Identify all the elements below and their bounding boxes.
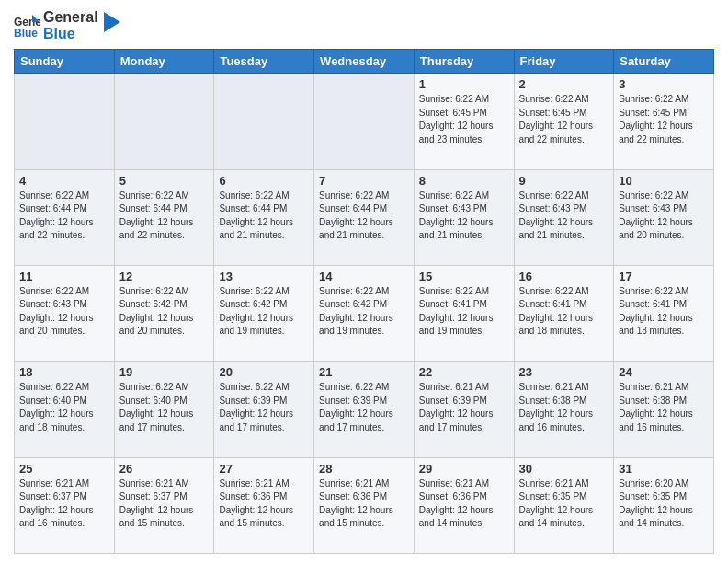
day-info: Sunrise: 6:22 AM Sunset: 6:42 PM Dayligh… bbox=[119, 285, 210, 339]
weekday-header-monday: Monday bbox=[114, 50, 214, 74]
calendar-cell: 30Sunrise: 6:21 AM Sunset: 6:35 PM Dayli… bbox=[514, 457, 614, 553]
weekday-header-tuesday: Tuesday bbox=[214, 50, 314, 74]
logo-general: General bbox=[43, 9, 98, 26]
logo: General Blue General Blue bbox=[14, 9, 120, 41]
day-info: Sunrise: 6:22 AM Sunset: 6:45 PM Dayligh… bbox=[419, 93, 509, 146]
day-info: Sunrise: 6:22 AM Sunset: 6:43 PM Dayligh… bbox=[19, 285, 109, 339]
day-info: Sunrise: 6:22 AM Sunset: 6:43 PM Dayligh… bbox=[419, 190, 509, 243]
day-info: Sunrise: 6:22 AM Sunset: 6:44 PM Dayligh… bbox=[219, 190, 309, 243]
header: General Blue General Blue bbox=[14, 9, 714, 41]
calendar-cell: 21Sunrise: 6:22 AM Sunset: 6:39 PM Dayli… bbox=[314, 362, 415, 457]
weekday-header-row: SundayMondayTuesdayWednesdayThursdayFrid… bbox=[15, 50, 714, 74]
day-info: Sunrise: 6:22 AM Sunset: 6:40 PM Dayligh… bbox=[119, 381, 210, 434]
day-info: Sunrise: 6:22 AM Sunset: 6:44 PM Dayligh… bbox=[19, 190, 109, 243]
calendar-cell: 9Sunrise: 6:22 AM Sunset: 6:43 PM Daylig… bbox=[514, 169, 614, 265]
calendar-cell: 24Sunrise: 6:21 AM Sunset: 6:38 PM Dayli… bbox=[614, 362, 714, 457]
day-number: 12 bbox=[119, 270, 210, 283]
calendar-cell bbox=[114, 74, 214, 169]
day-number: 19 bbox=[119, 365, 210, 379]
day-info: Sunrise: 6:21 AM Sunset: 6:38 PM Dayligh… bbox=[619, 381, 709, 434]
day-info: Sunrise: 6:22 AM Sunset: 6:45 PM Dayligh… bbox=[519, 93, 609, 146]
day-number: 31 bbox=[619, 462, 709, 476]
day-number: 4 bbox=[19, 174, 109, 188]
calendar-cell: 18Sunrise: 6:22 AM Sunset: 6:40 PM Dayli… bbox=[15, 362, 115, 457]
calendar-cell: 8Sunrise: 6:22 AM Sunset: 6:43 PM Daylig… bbox=[414, 169, 514, 265]
logo-blue: Blue bbox=[43, 26, 98, 42]
day-number: 8 bbox=[419, 174, 509, 188]
calendar-row-3: 18Sunrise: 6:22 AM Sunset: 6:40 PM Dayli… bbox=[15, 362, 714, 457]
logo-icon: General Blue bbox=[14, 13, 40, 39]
calendar-cell: 5Sunrise: 6:22 AM Sunset: 6:44 PM Daylig… bbox=[114, 169, 214, 265]
day-info: Sunrise: 6:21 AM Sunset: 6:36 PM Dayligh… bbox=[219, 477, 309, 531]
calendar-row-4: 25Sunrise: 6:21 AM Sunset: 6:37 PM Dayli… bbox=[15, 457, 714, 553]
calendar-cell: 4Sunrise: 6:22 AM Sunset: 6:44 PM Daylig… bbox=[15, 169, 115, 265]
day-info: Sunrise: 6:21 AM Sunset: 6:36 PM Dayligh… bbox=[419, 477, 509, 531]
day-number: 3 bbox=[619, 77, 709, 91]
day-info: Sunrise: 6:22 AM Sunset: 6:39 PM Dayligh… bbox=[319, 381, 409, 434]
day-number: 30 bbox=[519, 462, 609, 476]
calendar-cell: 31Sunrise: 6:20 AM Sunset: 6:35 PM Dayli… bbox=[614, 457, 714, 553]
day-number: 27 bbox=[219, 462, 309, 476]
day-number: 23 bbox=[519, 365, 609, 379]
calendar-cell: 10Sunrise: 6:22 AM Sunset: 6:43 PM Dayli… bbox=[614, 169, 714, 265]
day-number: 25 bbox=[19, 462, 109, 476]
day-number: 21 bbox=[319, 365, 409, 379]
day-number: 17 bbox=[619, 270, 709, 283]
day-number: 7 bbox=[319, 174, 409, 188]
day-info: Sunrise: 6:22 AM Sunset: 6:39 PM Dayligh… bbox=[219, 381, 309, 434]
day-info: Sunrise: 6:22 AM Sunset: 6:42 PM Dayligh… bbox=[319, 285, 409, 339]
weekday-header-thursday: Thursday bbox=[414, 50, 514, 74]
calendar-cell bbox=[314, 74, 415, 169]
calendar-cell: 17Sunrise: 6:22 AM Sunset: 6:41 PM Dayli… bbox=[614, 265, 714, 361]
weekday-header-sunday: Sunday bbox=[15, 50, 115, 74]
day-number: 20 bbox=[219, 365, 309, 379]
day-number: 2 bbox=[519, 77, 609, 91]
weekday-header-friday: Friday bbox=[514, 50, 614, 74]
day-info: Sunrise: 6:21 AM Sunset: 6:38 PM Dayligh… bbox=[519, 381, 609, 434]
svg-marker-3 bbox=[104, 12, 120, 32]
calendar-cell: 20Sunrise: 6:22 AM Sunset: 6:39 PM Dayli… bbox=[214, 362, 314, 457]
day-info: Sunrise: 6:22 AM Sunset: 6:41 PM Dayligh… bbox=[419, 285, 509, 339]
day-number: 1 bbox=[419, 77, 509, 91]
day-number: 10 bbox=[619, 174, 709, 188]
day-number: 22 bbox=[419, 365, 509, 379]
calendar-cell bbox=[15, 74, 115, 169]
day-info: Sunrise: 6:22 AM Sunset: 6:45 PM Dayligh… bbox=[619, 93, 709, 146]
day-info: Sunrise: 6:22 AM Sunset: 6:44 PM Dayligh… bbox=[119, 190, 210, 243]
day-info: Sunrise: 6:21 AM Sunset: 6:35 PM Dayligh… bbox=[519, 477, 609, 531]
day-number: 9 bbox=[519, 174, 609, 188]
calendar-cell: 1Sunrise: 6:22 AM Sunset: 6:45 PM Daylig… bbox=[414, 74, 514, 169]
calendar-cell: 22Sunrise: 6:21 AM Sunset: 6:39 PM Dayli… bbox=[414, 362, 514, 457]
calendar-row-2: 11Sunrise: 6:22 AM Sunset: 6:43 PM Dayli… bbox=[15, 265, 714, 361]
calendar-cell: 23Sunrise: 6:21 AM Sunset: 6:38 PM Dayli… bbox=[514, 362, 614, 457]
day-number: 26 bbox=[119, 462, 210, 476]
day-number: 29 bbox=[419, 462, 509, 476]
page: General Blue General Blue SundayMondayTu… bbox=[0, 0, 728, 563]
calendar-cell: 13Sunrise: 6:22 AM Sunset: 6:42 PM Dayli… bbox=[214, 265, 314, 361]
day-number: 14 bbox=[319, 270, 409, 283]
day-number: 11 bbox=[19, 270, 109, 283]
calendar-cell: 26Sunrise: 6:21 AM Sunset: 6:37 PM Dayli… bbox=[114, 457, 214, 553]
day-info: Sunrise: 6:22 AM Sunset: 6:40 PM Dayligh… bbox=[19, 381, 109, 434]
day-number: 24 bbox=[619, 365, 709, 379]
day-info: Sunrise: 6:21 AM Sunset: 6:39 PM Dayligh… bbox=[419, 381, 509, 434]
day-info: Sunrise: 6:21 AM Sunset: 6:37 PM Dayligh… bbox=[119, 477, 210, 531]
day-number: 28 bbox=[319, 462, 409, 476]
calendar-cell: 27Sunrise: 6:21 AM Sunset: 6:36 PM Dayli… bbox=[214, 457, 314, 553]
calendar-row-0: 1Sunrise: 6:22 AM Sunset: 6:45 PM Daylig… bbox=[15, 74, 714, 169]
logo-arrow-icon bbox=[104, 12, 120, 32]
day-info: Sunrise: 6:22 AM Sunset: 6:42 PM Dayligh… bbox=[219, 285, 309, 339]
calendar-cell: 12Sunrise: 6:22 AM Sunset: 6:42 PM Dayli… bbox=[114, 265, 214, 361]
calendar-table: SundayMondayTuesdayWednesdayThursdayFrid… bbox=[14, 49, 714, 554]
calendar-cell bbox=[214, 74, 314, 169]
calendar-cell: 15Sunrise: 6:22 AM Sunset: 6:41 PM Dayli… bbox=[414, 265, 514, 361]
day-info: Sunrise: 6:20 AM Sunset: 6:35 PM Dayligh… bbox=[619, 477, 709, 531]
calendar-cell: 7Sunrise: 6:22 AM Sunset: 6:44 PM Daylig… bbox=[314, 169, 415, 265]
day-info: Sunrise: 6:22 AM Sunset: 6:41 PM Dayligh… bbox=[519, 285, 609, 339]
calendar-cell: 19Sunrise: 6:22 AM Sunset: 6:40 PM Dayli… bbox=[114, 362, 214, 457]
calendar-cell: 2Sunrise: 6:22 AM Sunset: 6:45 PM Daylig… bbox=[514, 74, 614, 169]
calendar-cell: 6Sunrise: 6:22 AM Sunset: 6:44 PM Daylig… bbox=[214, 169, 314, 265]
calendar-row-1: 4Sunrise: 6:22 AM Sunset: 6:44 PM Daylig… bbox=[15, 169, 714, 265]
day-number: 16 bbox=[519, 270, 609, 283]
day-info: Sunrise: 6:22 AM Sunset: 6:43 PM Dayligh… bbox=[519, 190, 609, 243]
